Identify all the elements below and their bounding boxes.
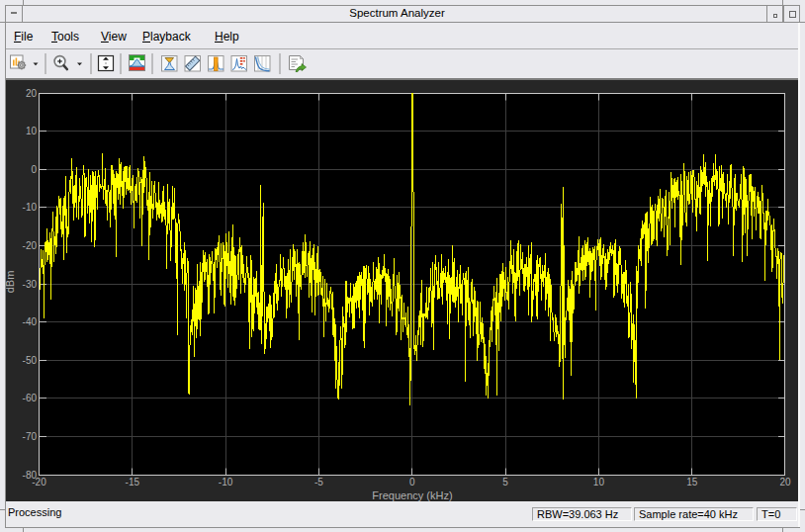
svg-text:-10: -10 xyxy=(219,477,233,488)
svg-text:Frequency (kHz): Frequency (kHz) xyxy=(372,489,452,501)
svg-text:-20: -20 xyxy=(32,477,46,488)
svg-text:-20: -20 xyxy=(23,240,38,251)
svg-text:15: 15 xyxy=(686,477,698,488)
svg-text:10: 10 xyxy=(593,477,605,488)
svg-text:20: 20 xyxy=(26,88,38,99)
svg-text:0: 0 xyxy=(31,164,37,175)
svg-text:-5: -5 xyxy=(314,477,323,488)
svg-text:-30: -30 xyxy=(23,279,38,290)
svg-text:dBm: dBm xyxy=(6,271,16,294)
svg-text:10: 10 xyxy=(26,126,38,136)
svg-text:20: 20 xyxy=(779,477,791,488)
svg-text:-15: -15 xyxy=(126,477,140,488)
svg-text:-70: -70 xyxy=(23,431,38,442)
svg-text:0: 0 xyxy=(409,477,415,488)
svg-text:5: 5 xyxy=(502,477,508,488)
svg-text:-10: -10 xyxy=(23,202,38,213)
svg-text:-40: -40 xyxy=(23,316,38,327)
svg-text:-60: -60 xyxy=(23,393,38,403)
svg-text:-50: -50 xyxy=(23,355,38,366)
